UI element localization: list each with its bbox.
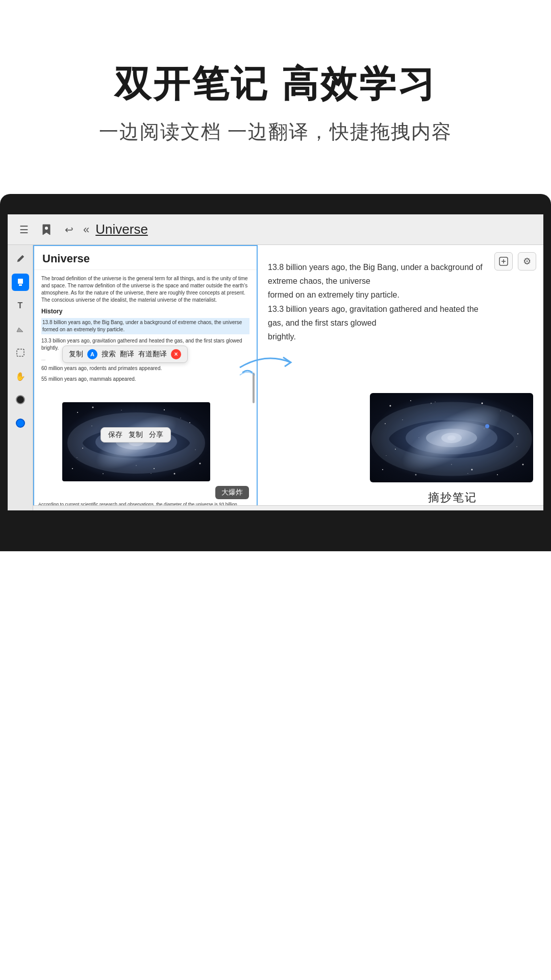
svg-point-14 — [103, 473, 104, 474]
doc-title-topbar[interactable]: Universe — [95, 222, 535, 237]
undo-icon[interactable]: ↩ — [61, 222, 77, 238]
device-frame: ☰ ↩ « Universe — [0, 194, 551, 551]
close-context-btn[interactable]: × — [171, 349, 181, 359]
sidebar-hand-icon[interactable]: ✋ — [12, 368, 29, 385]
doc-panel-title: Universe — [42, 252, 248, 265]
top-section: 双开笔记 高效学习 一边阅读文档 一边翻译，快捷拖拽内容 — [0, 0, 551, 204]
svg-point-37 — [385, 423, 386, 424]
galaxy-image-notes — [370, 393, 533, 482]
svg-point-36 — [471, 469, 473, 471]
svg-point-27 — [390, 405, 391, 407]
svg-point-38 — [517, 433, 518, 434]
action-toolbar: 保存 复制 分享 — [101, 427, 171, 443]
sidebar-color-dot[interactable] — [12, 391, 29, 408]
doc-header: Universe — [34, 246, 257, 270]
youdao-btn[interactable]: 有道翻译 — [138, 350, 167, 359]
svg-point-35 — [395, 449, 396, 450]
svg-point-33 — [415, 474, 417, 476]
svg-point-26 — [447, 435, 456, 440]
main-title: 双开笔记 高效学习 — [114, 60, 437, 109]
doc-panel: Universe The broad definition of the uni… — [33, 245, 258, 531]
context-menu: 复制 A 搜索 翻译 有道翻译 × — [62, 346, 188, 363]
svg-point-23 — [406, 422, 497, 454]
svg-point-15 — [174, 473, 176, 475]
notes-label: 摘抄笔记 — [428, 490, 477, 505]
device-screen: ☰ ↩ « Universe — [8, 214, 543, 531]
doc-para1: The broad definition of the universe is … — [41, 275, 249, 304]
notes-panel: ⚙ 13.8 billion years ago, the Big Bang, … — [258, 245, 543, 531]
svg-point-16 — [82, 448, 83, 449]
svg-point-32 — [382, 469, 383, 470]
menu-icon[interactable]: ☰ — [16, 222, 32, 238]
app-topbar: ☰ ↩ « Universe — [8, 214, 543, 245]
svg-point-24 — [426, 429, 477, 447]
sidebar-text-icon[interactable]: T — [12, 297, 29, 314]
svg-point-13 — [72, 468, 73, 469]
svg-point-9 — [92, 407, 94, 408]
bookmark-icon[interactable] — [38, 222, 55, 238]
svg-point-29 — [482, 403, 483, 404]
svg-point-22 — [380, 411, 523, 467]
bigbang-badge: 大爆炸 — [215, 486, 249, 499]
svg-rect-1 — [18, 279, 23, 284]
svg-point-34 — [497, 474, 498, 475]
svg-point-25 — [441, 433, 462, 443]
svg-point-31 — [522, 464, 524, 465]
svg-point-11 — [189, 422, 190, 423]
doc-para2: 13.8 billion years ago, the Big Bang, un… — [41, 318, 249, 334]
content-area: Universe The broad definition of the uni… — [33, 245, 543, 531]
left-sidebar: T ✋ — [8, 245, 33, 531]
translate-btn[interactable]: 翻译 — [120, 350, 134, 359]
sidebar-color2-dot[interactable] — [12, 414, 29, 432]
svg-point-12 — [199, 463, 201, 464]
svg-point-28 — [410, 400, 411, 401]
sidebar-highlight-icon[interactable] — [12, 274, 29, 291]
doc-para6: 55 million years ago, mammals appeared. — [41, 375, 249, 383]
sidebar-select-icon[interactable] — [12, 344, 29, 361]
svg-point-17 — [154, 468, 155, 469]
search-btn[interactable]: 搜索 — [102, 350, 116, 359]
dict-icon[interactable]: A — [87, 349, 97, 359]
sub-title: 一边阅读文档 一边翻译，快捷拖拽内容 — [99, 119, 453, 145]
svg-rect-3 — [17, 349, 24, 356]
svg-point-10 — [164, 409, 165, 410]
bottom-white-section — [0, 551, 551, 980]
sidebar-pen-icon[interactable] — [12, 250, 29, 267]
svg-point-30 — [512, 415, 513, 416]
svg-point-8 — [77, 412, 78, 413]
drag-arrow — [235, 347, 296, 378]
notes-actions: ⚙ — [494, 252, 536, 271]
doc-history: History — [41, 307, 249, 316]
doc-para5: 60 million years ago, rodents and primat… — [41, 364, 249, 372]
share-action-btn[interactable]: 分享 — [149, 430, 163, 439]
doc-content: The broad definition of the universe is … — [34, 270, 257, 391]
add-note-btn[interactable] — [494, 252, 513, 271]
device-bottom-bar — [0, 510, 551, 551]
svg-point-0 — [45, 227, 48, 230]
back-chevron[interactable]: « — [83, 223, 89, 236]
svg-point-40 — [485, 424, 489, 428]
svg-point-39 — [431, 403, 432, 404]
settings-note-btn[interactable]: ⚙ — [518, 252, 536, 271]
notes-text: 13.8 billion years ago, the Big Bang, un… — [268, 260, 503, 344]
svg-rect-2 — [19, 284, 22, 286]
copy-action-btn[interactable]: 复制 — [129, 430, 143, 439]
sidebar-eraser-icon[interactable] — [12, 321, 29, 338]
save-action-btn[interactable]: 保存 — [108, 430, 122, 439]
copy-btn[interactable]: 复制 — [69, 350, 83, 359]
